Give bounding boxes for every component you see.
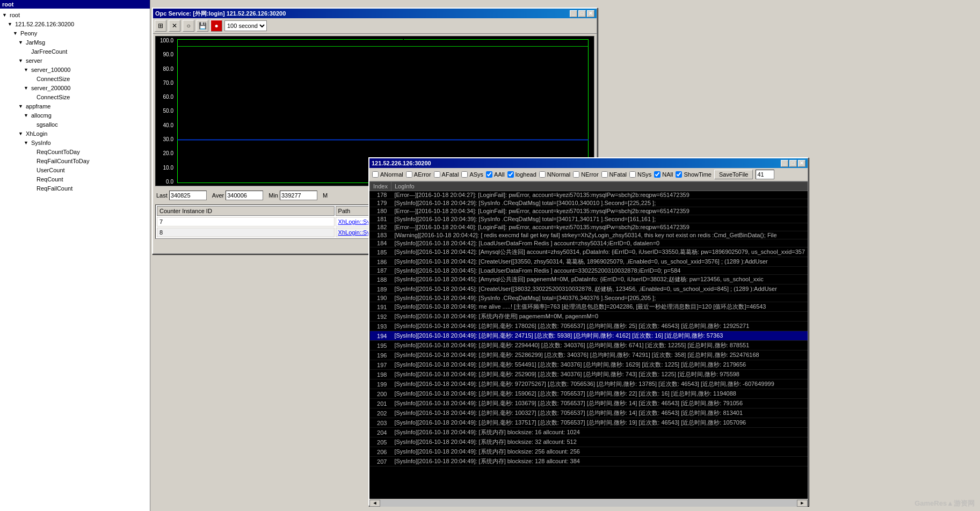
log-maximize-button[interactable]: □ <box>789 160 797 167</box>
log-table-row[interactable]: 183[Warning][2016-10-18 20:04:42]: [ red… <box>370 231 808 239</box>
last-label: Last <box>156 192 168 199</box>
checkbox-nnormal[interactable] <box>539 171 546 178</box>
log-table-row[interactable]: 204[SysInfo][2016-10-18 20:04:49]: [系统内存… <box>370 428 808 437</box>
tree-item-appframe[interactable]: ▼appframe <box>2 102 148 111</box>
toolbar-stop-red-btn[interactable]: ● <box>210 20 222 32</box>
tree-item-server[interactable]: ▼server <box>2 56 148 65</box>
interval-select[interactable]: 100 second <box>224 20 267 31</box>
log-checkbox-nsys[interactable]: NSys <box>629 171 651 178</box>
checkbox-loghead[interactable] <box>507 171 514 178</box>
tree-item-ip[interactable]: ▼121.52.226.126:30200 <box>2 20 148 29</box>
log-count-input[interactable] <box>756 170 774 179</box>
log-table-row[interactable]: 207[SysInfo][2016-10-18 20:04:49]: [系统内存… <box>370 457 808 466</box>
log-table-row[interactable]: 194[SysInfo][2016-10-18 20:04:49]: [总时间,… <box>370 331 808 341</box>
min-value-input[interactable] <box>280 191 317 200</box>
log-table-row[interactable]: 193[SysInfo][2016-10-18 20:04:49]: [总时间,… <box>370 322 808 331</box>
checkbox-nfatal[interactable] <box>601 171 608 178</box>
log-table-row[interactable]: 202[SysInfo][2016-10-18 20:04:49]: [总时间,… <box>370 408 808 418</box>
log-table-row[interactable]: 199[SysInfo][2016-10-18 20:04:49]: [总时间,… <box>370 379 808 389</box>
log-checkbox-nall[interactable]: NAll <box>654 171 673 178</box>
log-checkbox-showtime[interactable]: ShowTime <box>676 171 712 178</box>
tree-item-reqfailcount[interactable]: ReqFailCount <box>2 184 148 193</box>
checkbox-asys[interactable] <box>461 171 468 178</box>
log-hscroll[interactable]: ◄ ► <box>369 499 808 507</box>
tree-item-connectsize1[interactable]: ConnectSize <box>2 75 148 84</box>
log-table-row[interactable]: 185[SysInfo][2016-10-18 20:04:42]: [Amys… <box>370 247 808 257</box>
checkbox-anormal[interactable] <box>372 171 379 178</box>
log-checkbox-asys[interactable]: ASys <box>461 171 483 178</box>
log-table-row[interactable]: 198[SysInfo][2016-10-18 20:04:49]: [总时间,… <box>370 370 808 379</box>
tree-label-connectsize2: ConnectSize <box>37 93 70 102</box>
log-checkbox-aall[interactable]: AAll <box>486 171 505 178</box>
log-checkbox-anormal[interactable]: ANormal <box>372 171 403 178</box>
checkbox-label-nsys: NSys <box>637 171 651 178</box>
log-table-row[interactable]: 205[SysInfo][2016-10-18 20:04:49]: [系统内存… <box>370 437 808 447</box>
tree-item-server_200000[interactable]: ▼server_200000 <box>2 84 148 93</box>
log-info: [SysInfo][2016-10-18 20:04:42]: [CreateU… <box>391 257 808 267</box>
tree-item-jarfreecount[interactable]: JarFreeCount <box>2 47 148 56</box>
opc-minimize-button[interactable]: _ <box>570 10 577 17</box>
log-minimize-button[interactable]: _ <box>781 160 788 167</box>
checkbox-aall[interactable] <box>486 171 492 178</box>
log-table-row[interactable]: 182[Error---][2016-10-18 20:04:40]: [Log… <box>370 223 808 231</box>
log-checkbox-aerror[interactable]: AError <box>406 171 431 178</box>
checkbox-aerror[interactable] <box>406 171 412 178</box>
log-table-row[interactable]: 188[SysInfo][2016-10-18 20:04:45]: [Amys… <box>370 275 808 284</box>
log-table-row[interactable]: 201[SysInfo][2016-10-18 20:04:49]: [总时间,… <box>370 399 808 408</box>
checkbox-nsys[interactable] <box>629 171 636 178</box>
log-checkbox-nfatal[interactable]: NFatal <box>601 171 627 178</box>
tree-item-sysinfo[interactable]: ▼SysInfo <box>2 138 148 148</box>
log-table-row[interactable]: 181[SysInfo][2016-10-18 20:04:39]: [SysI… <box>370 215 808 223</box>
log-table-row[interactable]: 187[SysInfo][2016-10-18 20:04:45]: [Load… <box>370 267 808 275</box>
checkbox-nerror[interactable] <box>573 171 579 178</box>
log-table-row[interactable]: 195[SysInfo][2016-10-18 20:04:49]: [总时间,… <box>370 341 808 351</box>
checkbox-nall[interactable] <box>654 171 660 178</box>
log-close-button[interactable]: ✕ <box>798 160 805 167</box>
toolbar-circle-btn[interactable]: ○ <box>183 20 194 32</box>
log-checkbox-loghead[interactable]: loghead <box>507 171 536 178</box>
checkbox-showtime[interactable] <box>676 171 682 178</box>
log-table-container[interactable]: Index LogInfo 178[Error---][2016-10-18 2… <box>369 181 808 499</box>
log-checkbox-afatal[interactable]: AFatal <box>434 171 459 178</box>
tree-item-connectsize2[interactable]: ConnectSize <box>2 93 148 102</box>
log-checkbox-nnormal[interactable]: NNormal <box>539 171 570 178</box>
tree-item-usercount[interactable]: UserCount <box>2 166 148 175</box>
log-table-row[interactable]: 200[SysInfo][2016-10-18 20:04:49]: [总时间,… <box>370 389 808 399</box>
log-table-row[interactable]: 190[SysInfo][2016-10-18 20:04:49]: [SysI… <box>370 294 808 302</box>
toolbar-stop-btn[interactable]: ✕ <box>169 20 180 32</box>
checkbox-afatal[interactable] <box>434 171 440 178</box>
toolbar-save-btn[interactable]: 💾 <box>197 20 208 32</box>
log-checkbox-nerror[interactable]: NError <box>573 171 598 178</box>
log-table-row[interactable]: 186[SysInfo][2016-10-18 20:04:42]: [Crea… <box>370 257 808 267</box>
tree-item-allocmg[interactable]: ▼allocmg <box>2 111 148 120</box>
aver-value-input[interactable] <box>226 191 263 200</box>
tree-item-server_100000[interactable]: ▼server_100000 <box>2 65 148 75</box>
log-table-row[interactable]: 196[SysInfo][2016-10-18 20:04:49]: [总时间,… <box>370 351 808 360</box>
log-table-row[interactable]: 191[SysInfo][2016-10-18 20:04:49]: me al… <box>370 302 808 312</box>
log-table-row[interactable]: 189[SysInfo][2016-10-18 20:04:45]: [Crea… <box>370 284 808 294</box>
tree-item-xhlogin[interactable]: ▼XhLogin <box>2 129 148 138</box>
tree-item-peony[interactable]: ▼Peony <box>2 29 148 38</box>
log-table-row[interactable]: 179[SysInfo][2016-10-18 20:04:29]: [SysI… <box>370 199 808 207</box>
tree-item-reqfailcounttoday[interactable]: ReqFailCountToDay <box>2 157 148 166</box>
save-to-file-button[interactable]: SaveToFile <box>714 170 753 179</box>
hscroll-left-btn[interactable]: ◄ <box>369 500 380 507</box>
tree-item-reqcounttoday[interactable]: ReqCountToDay <box>2 148 148 157</box>
log-info: [SysInfo][2016-10-18 20:04:49]: [总时间,毫秒:… <box>391 322 808 331</box>
log-table-row[interactable]: 192[SysInfo][2016-10-18 20:04:49]: [系统内存… <box>370 312 808 322</box>
tree-item-jarmsg[interactable]: ▼JarMsg <box>2 38 148 47</box>
last-value-input[interactable] <box>169 191 207 200</box>
tree-item-root[interactable]: ▼root <box>2 11 148 20</box>
hscroll-right-btn[interactable]: ► <box>797 500 808 507</box>
opc-close-button[interactable]: ✕ <box>587 10 594 17</box>
log-table-row[interactable]: 184[SysInfo][2016-10-18 20:04:42]: [Load… <box>370 239 808 247</box>
log-table-row[interactable]: 178[Error---][2016-10-18 20:04:27]: [Log… <box>370 191 808 199</box>
log-table-row[interactable]: 203[SysInfo][2016-10-18 20:04:49]: [总时间,… <box>370 418 808 428</box>
opc-maximize-button[interactable]: □ <box>578 10 586 17</box>
toolbar-monitor-btn[interactable]: ⊞ <box>155 20 166 32</box>
log-table-row[interactable]: 206[SysInfo][2016-10-18 20:04:49]: [系统内存… <box>370 447 808 457</box>
log-table-row[interactable]: 180[Error---][2016-10-18 20:04:34]: [Log… <box>370 207 808 215</box>
log-table-row[interactable]: 197[SysInfo][2016-10-18 20:04:49]: [总时间,… <box>370 360 808 370</box>
tree-item-sgsalloc[interactable]: sgsalloc <box>2 120 148 129</box>
tree-item-reqcount[interactable]: ReqCount <box>2 175 148 184</box>
